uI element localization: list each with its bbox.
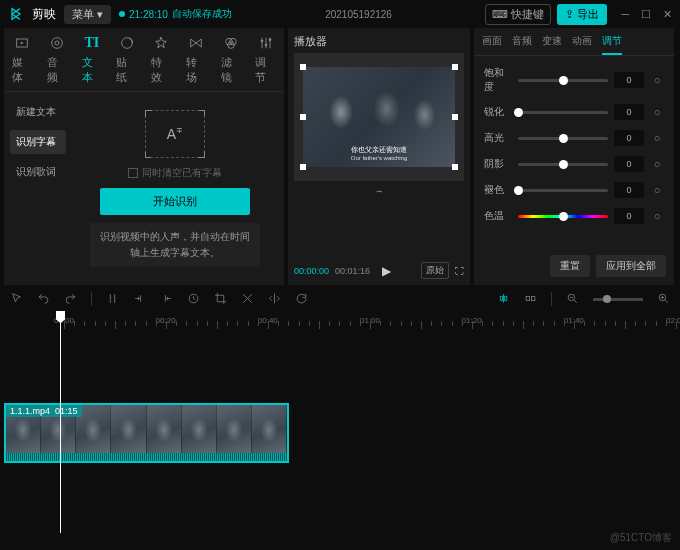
reset-icon[interactable]: ○	[650, 210, 664, 222]
svg-point-1	[52, 38, 63, 49]
slider-val-sharpen[interactable]: 0	[614, 104, 644, 120]
split-button[interactable]	[106, 292, 119, 307]
zoom-out-button[interactable]	[566, 292, 579, 307]
slider-val-saturation[interactable]: 0	[614, 72, 644, 88]
redo-button[interactable]	[64, 292, 77, 307]
sticker-icon	[118, 34, 136, 52]
zoom-in-button[interactable]	[657, 292, 670, 307]
audio-icon	[48, 34, 66, 52]
slider-hue[interactable]	[518, 215, 608, 218]
rtab-picture[interactable]: 画面	[482, 34, 502, 55]
clip-label: 1.1.1.mp4 01:15	[6, 405, 82, 417]
zoom-slider[interactable]	[593, 298, 643, 301]
auto-snap-button[interactable]	[497, 292, 510, 307]
subtitle-en: Our father's watching	[351, 155, 408, 161]
play-button[interactable]: ▶	[382, 264, 391, 278]
clear-subtitles-checkbox[interactable]: 同时清空已有字幕	[128, 166, 222, 180]
slider-highlight[interactable]	[518, 137, 608, 140]
menu-button[interactable]: 菜单▾	[64, 5, 111, 24]
export-button[interactable]: ⇪导出	[557, 4, 607, 25]
transition-icon	[187, 34, 205, 52]
save-status: 21:28:10 自动保存成功	[119, 7, 232, 21]
fullscreen-button[interactable]: ⛶	[455, 266, 464, 276]
rtab-speed[interactable]: 变速	[542, 34, 562, 55]
slider-label-saturation: 饱和度	[484, 66, 512, 94]
slider-label-hue: 色温	[484, 209, 512, 223]
delete-left-button[interactable]	[133, 292, 146, 307]
rtab-adjust[interactable]: 调节	[602, 34, 622, 55]
sidebar-recognize-lyric[interactable]: 识别歌词	[10, 160, 66, 184]
mirror-button[interactable]	[268, 292, 281, 307]
svg-point-2	[55, 41, 59, 45]
subtitle-cn: 你也父亲还需知道	[351, 145, 407, 155]
slider-sharpen[interactable]	[518, 111, 608, 114]
slider-shadow[interactable]	[518, 163, 608, 166]
slider-saturation[interactable]	[518, 79, 608, 82]
rtab-anim[interactable]: 动画	[572, 34, 592, 55]
svg-point-3	[121, 38, 132, 49]
reset-icon[interactable]: ○	[650, 74, 664, 86]
preview-title: 播放器	[294, 34, 464, 49]
slider-label-fade: 褪色	[484, 183, 512, 197]
reverse-button[interactable]	[241, 292, 254, 307]
rtab-audio[interactable]: 音频	[512, 34, 532, 55]
sidebar-recognize-subtitle[interactable]: 识别字幕	[10, 130, 66, 154]
preview-viewport[interactable]: 你也父亲还需知道 Our father's watching	[294, 53, 464, 181]
slider-label-highlight: 高光	[484, 131, 512, 145]
tab-media[interactable]: 媒体	[12, 34, 33, 91]
tab-effect[interactable]: 特效	[151, 34, 172, 91]
resize-handle[interactable]	[300, 164, 306, 170]
slider-val-fade[interactable]: 0	[614, 182, 644, 198]
rotate-button[interactable]	[295, 292, 308, 307]
maximize-button[interactable]: ☐	[641, 8, 651, 21]
svg-point-7	[260, 40, 263, 43]
timeline-ruler[interactable]: 00:00 00:20 00:40 01:00 01:20 01:40 02:0…	[64, 313, 676, 333]
resize-handle[interactable]	[300, 114, 306, 120]
apply-all-button[interactable]: 应用到全部	[596, 255, 666, 277]
slider-val-shadow[interactable]: 0	[614, 156, 644, 172]
export-icon: ⇪	[565, 8, 574, 21]
start-recognize-button[interactable]: 开始识别	[100, 188, 250, 215]
minimize-button[interactable]: ─	[621, 8, 629, 21]
original-ratio-button[interactable]: 原始	[421, 262, 449, 279]
effect-icon	[152, 34, 170, 52]
reset-icon[interactable]: ○	[650, 132, 664, 144]
keyboard-icon: ⌨	[492, 8, 508, 21]
reset-icon[interactable]: ○	[650, 184, 664, 196]
tab-audio[interactable]: 音频	[47, 34, 68, 91]
undo-button[interactable]	[37, 292, 50, 307]
reset-icon[interactable]: ○	[650, 106, 664, 118]
resize-handle[interactable]	[452, 164, 458, 170]
slider-val-hue[interactable]: 0	[614, 208, 644, 224]
tab-adjust[interactable]: 调节	[255, 34, 276, 91]
playhead[interactable]	[60, 313, 61, 533]
tab-sticker[interactable]: 贴纸	[116, 34, 137, 91]
slider-val-highlight[interactable]: 0	[614, 130, 644, 146]
video-clip[interactable]: 1.1.1.mp4 01:15	[4, 403, 289, 463]
slider-label-shadow: 阴影	[484, 157, 512, 171]
timeline-preview-button[interactable]	[524, 292, 537, 307]
slider-label-sharpen: 锐化	[484, 105, 512, 119]
chevron-down-icon: ▾	[97, 8, 103, 21]
reset-icon[interactable]: ○	[650, 158, 664, 170]
resize-handle[interactable]	[452, 114, 458, 120]
project-name: 202105192126	[325, 9, 392, 20]
app-title: 剪映	[32, 6, 56, 23]
reset-button[interactable]: 重置	[550, 255, 590, 277]
crop-button[interactable]	[214, 292, 227, 307]
watermark: @51CTO博客	[610, 531, 672, 545]
tab-text[interactable]: TI文本	[82, 34, 103, 91]
svg-point-9	[268, 38, 271, 41]
tab-filter[interactable]: 滤镜	[221, 34, 242, 91]
close-button[interactable]: ✕	[663, 8, 672, 21]
shortcut-button[interactable]: ⌨快捷键	[485, 4, 551, 25]
tab-transition[interactable]: 转场	[186, 34, 207, 91]
resize-handle[interactable]	[300, 64, 306, 70]
sidebar-new-text[interactable]: 新建文本	[10, 100, 66, 124]
delete-right-button[interactable]	[160, 292, 173, 307]
slider-fade[interactable]	[518, 189, 608, 192]
selection-tool[interactable]	[10, 292, 23, 307]
freeze-button[interactable]	[187, 292, 200, 307]
svg-rect-12	[532, 296, 535, 300]
resize-handle[interactable]	[452, 64, 458, 70]
